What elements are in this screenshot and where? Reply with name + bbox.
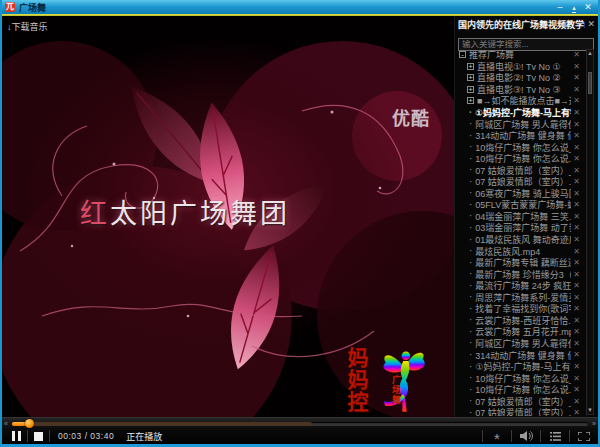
expand-icon[interactable]: + [467, 63, 474, 70]
expand-icon[interactable]: + [467, 97, 474, 104]
bullet-icon: · [469, 223, 472, 233]
bullet-icon: · [469, 188, 472, 198]
playlist-item[interactable]: ·10烸仔广场舞 你怎么说_001.n✕ [456, 141, 583, 153]
remove-item-icon[interactable]: ✕ [573, 108, 580, 117]
sidebar-close-icon[interactable]: ✕ [587, 19, 595, 29]
close-button[interactable]: ✕ [581, 2, 595, 13]
playlist-item[interactable]: ·314动动广场舞 健身舞 俏点缀!✕ [456, 130, 583, 142]
remove-item-icon[interactable]: ✕ [573, 212, 580, 221]
playlist-item[interactable]: ·10烸仔广场舞 你怎么说.mp4✕ [456, 153, 583, 165]
remove-item-icon[interactable]: ✕ [573, 316, 580, 325]
playlist-item[interactable]: ·03瑞金丽萍广场舞 动了我的情✕ [456, 222, 583, 234]
settings-button[interactable]: * [489, 427, 505, 445]
seek-forward-icon[interactable]: » [592, 419, 596, 428]
collapse-icon[interactable]: - [459, 51, 466, 58]
remove-item-icon[interactable]: ✕ [573, 177, 580, 186]
remove-item-icon[interactable]: ✕ [573, 408, 580, 416]
playlist-item[interactable]: ·云裳广场舞-西班牙恰恰.mp4✕ [456, 315, 583, 327]
playlist-item[interactable]: ·06寒夜广场舞 骑上骏马回草原✕ [456, 188, 583, 200]
playlist-item[interactable]: ·07 姑娘爱情郎（室内）_001.n✕ [456, 164, 583, 176]
remove-item-icon[interactable]: ✕ [573, 120, 580, 129]
volume-button[interactable] [518, 431, 534, 441]
bullet-icon: · [469, 269, 472, 279]
remove-item-icon[interactable]: ✕ [573, 270, 580, 279]
remove-item-icon[interactable]: ✕ [573, 50, 580, 59]
pause-button[interactable] [12, 431, 21, 441]
remove-item-icon[interactable]: ✕ [573, 143, 580, 152]
stop-button[interactable] [34, 432, 43, 441]
playlist-item[interactable]: ·01最炫民族风 舞动奇迹广场舞✕ [456, 234, 583, 246]
playlist-item[interactable]: ·314动动广场舞 健身舞 俏点缀!✕ [456, 349, 583, 361]
playlist-item[interactable]: ·10烸仔广场舞 你怎么说.mp4✕ [456, 384, 583, 396]
mamakong-logo: 妈妈控 广场舞 [345, 347, 445, 417]
remove-item-icon[interactable]: ✕ [573, 397, 580, 406]
tree-node[interactable]: +直播电影③! Tv No ③✕ [456, 84, 583, 96]
playlist-item[interactable]: ·07 姑娘爱情郎（室内）.mp4✕ [456, 407, 583, 416]
playlist-item[interactable]: ·最炫民族风.mp4✕ [456, 245, 583, 257]
remove-item-icon[interactable]: ✕ [573, 96, 580, 105]
remove-item-icon[interactable]: ✕ [573, 247, 580, 256]
remove-item-icon[interactable]: ✕ [573, 281, 580, 290]
download-music-link[interactable]: ↓下载音乐 [7, 20, 48, 33]
scrollbar-thumb[interactable] [588, 72, 592, 94]
playlist-item[interactable]: ·07 姑娘爱情郎（室内）.mp4✕ [456, 176, 583, 188]
playlist-item[interactable]: ·最流行广场舞 24步 疯狂爱爱爱✕ [456, 280, 583, 292]
remove-item-icon[interactable]: ✕ [573, 189, 580, 198]
expand-icon[interactable]: + [467, 86, 474, 93]
playlist-item[interactable]: ·04瑞金丽萍广场舞 三笑.mp4✕ [456, 211, 583, 223]
remove-item-icon[interactable]: ✕ [573, 154, 580, 163]
divider [511, 430, 512, 442]
remove-item-icon[interactable]: ✕ [573, 85, 580, 94]
playlist-item[interactable]: ·最新广场舞 珍惜缘分3（d歌词✕ [456, 268, 583, 280]
dancer-icon [375, 347, 435, 417]
remove-item-icon[interactable]: ✕ [573, 350, 580, 359]
bullet-icon: · [469, 362, 472, 372]
seek-thumb[interactable] [25, 419, 34, 428]
bullet-icon: · [469, 292, 472, 302]
remove-item-icon[interactable]: ✕ [573, 223, 580, 232]
playlist-item[interactable]: ·找着了幸福找到你(歌词字幕)卷✕ [456, 303, 583, 315]
playlist-item[interactable]: ·阿城区广场舞 男人靠得住 好✕ [456, 118, 583, 130]
remove-item-icon[interactable]: ✕ [573, 293, 580, 302]
minimize-button[interactable]: – [553, 2, 567, 13]
remove-item-icon[interactable]: ✕ [573, 327, 580, 336]
playlist-item[interactable]: ·10烸仔广场舞 你怎么说_001.n✕ [456, 372, 583, 384]
playlist-item[interactable]: ·周思萍广场舞系列-爱情买卖 吉✕ [456, 291, 583, 303]
remove-item-icon[interactable]: ✕ [573, 385, 580, 394]
playlist-item[interactable]: ·云裳广场舞 五月花开.mp4✕ [456, 326, 583, 338]
remove-item-icon[interactable]: ✕ [573, 166, 580, 175]
playlist-item[interactable]: ·07 姑娘爱情郎（室内）_001.n✕ [456, 395, 583, 407]
seek-track[interactable] [12, 422, 588, 426]
app-logo-icon: 兀 [5, 2, 15, 12]
remove-item-icon[interactable]: ✕ [573, 62, 580, 71]
tree-node[interactable]: +■→如不能播放点击■→这里✕ [456, 95, 583, 107]
playlist-item[interactable]: ·①妈妈控-广场舞-马上有钱.mp✕ [456, 107, 583, 119]
remove-item-icon[interactable]: ✕ [573, 131, 580, 140]
remove-item-icon[interactable]: ✕ [573, 200, 580, 209]
remove-item-icon[interactable]: ✕ [573, 374, 580, 383]
playlist-item[interactable]: ·①妈妈控-广场舞-马上有钱.mp✕ [456, 361, 583, 373]
remove-item-icon[interactable]: ✕ [573, 339, 580, 348]
expand-icon[interactable]: + [467, 74, 474, 81]
tree-node[interactable]: -推荐广场舞✕ [456, 49, 583, 61]
remove-item-icon[interactable]: ✕ [573, 304, 580, 313]
tree-node[interactable]: +直播电视①! Tv No ①✕ [456, 61, 583, 73]
maximize-button[interactable]: ▴ [567, 2, 581, 13]
playlist-sidebar: 国内领先的在线广场舞视频教学!!Www ✕ -推荐广场舞✕+直播电视①! Tv … [454, 16, 598, 417]
playlist-item[interactable]: ·阿城区广场舞 男人靠得住 好✕ [456, 338, 583, 350]
scrollbar-up-icon[interactable]: ▲ [587, 50, 593, 57]
tree-node[interactable]: +直播电影②! Tv No ②✕ [456, 72, 583, 84]
playlist-item[interactable]: ·05FLV蒙古蒙蒙广场舞-蝴蝶姑✕ [456, 199, 583, 211]
video-surface[interactable]: ↓下载音乐 优酷 红太阳广场舞团 妈妈控 [2, 16, 454, 417]
scrollbar-track[interactable]: ▲ ▼ [586, 49, 594, 415]
remove-item-icon[interactable]: ✕ [573, 258, 580, 267]
playlist-toggle-button[interactable] [547, 432, 563, 441]
playlist-item[interactable]: ·最新广场舞专辑 藕断丝连 云裳✕ [456, 257, 583, 269]
fullscreen-button[interactable] [576, 432, 592, 441]
remove-item-icon[interactable]: ✕ [573, 235, 580, 244]
remove-item-icon[interactable]: ✕ [573, 362, 580, 371]
remove-item-icon[interactable]: ✕ [573, 73, 580, 82]
video-overlay-title: 红太阳广场舞团 [80, 192, 290, 231]
scrollbar-down-icon[interactable]: ▼ [587, 407, 593, 414]
seek-back-icon[interactable]: « [4, 419, 8, 428]
